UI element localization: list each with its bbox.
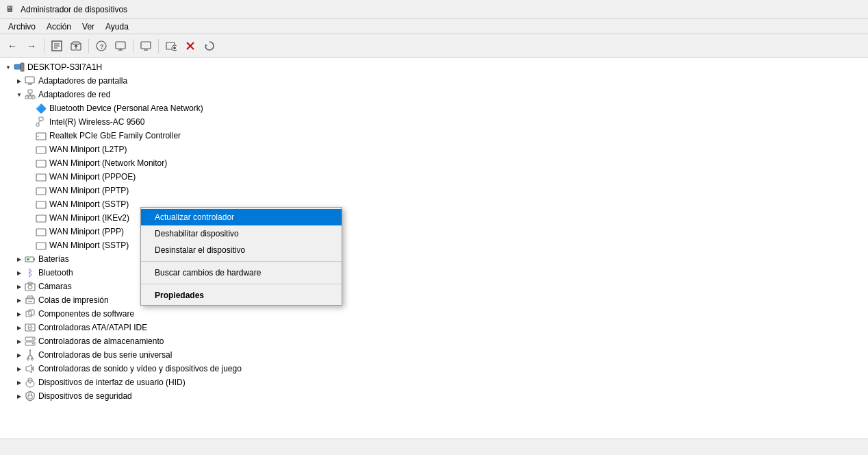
label-wan-sstp2: WAN Miniport (SSTP) [49,199,129,209]
svg-point-61 [29,327,31,328]
context-menu-buscar[interactable]: Buscar cambios de hardware [141,265,342,281]
svg-marker-20 [205,44,207,46]
expand-bluetooth[interactable]: ▶ [14,267,25,278]
context-menu-sep-1 [141,261,342,262]
tree-item-bluetooth[interactable]: ▶ ᛒ Bluetooth [0,266,868,280]
expand-ata[interactable]: ▶ [14,322,25,333]
device-tree[interactable]: ▼ DESKTOP-S3I7A1H ▶ Adaptadores de panta… [0,58,868,439]
tree-item-wan-pptp[interactable]: WAN Miniport (PPTP) [0,184,868,197]
tree-item-wan-sstp[interactable]: WAN Miniport (SSTP) [0,238,868,252]
status-bar [0,439,868,455]
menu-ver[interactable]: Ver [77,21,100,33]
tree-item-realtek-pcie[interactable]: Realtek PCIe GbE Family Controller [0,129,868,143]
label-bluetooth: Bluetooth [38,268,73,278]
expand-almacenamiento[interactable]: ▶ [14,336,25,347]
svg-rect-5 [73,42,79,45]
expand-componentes[interactable]: ▶ [14,308,25,319]
expand-hid[interactable]: ▶ [14,377,25,388]
svg-rect-73 [28,395,32,399]
icon-colas [25,295,36,306]
label-baterias: Baterías [38,254,69,264]
label-ata: Controladoras ATA/ATAPI IDE [38,323,147,332]
context-menu-desinstalar[interactable]: Desinstalar el dispositivo [141,242,342,258]
context-menu-sep-2 [141,284,342,284]
icon-bluetooth-device: 🔷 [36,103,47,114]
svg-point-39 [38,136,39,137]
svg-rect-36 [36,123,39,126]
context-menu-propiedades[interactable]: Propiedades [141,287,342,304]
tree-item-bluetooth-device[interactable]: 🔷 Bluetooth Device (Personal Area Networ… [0,101,868,115]
svg-rect-29 [32,96,35,99]
help-button[interactable]: ? [93,38,110,54]
icon-adaptadores-red [25,89,36,100]
svg-rect-9 [116,42,125,49]
title-bar-icon: 🖥 [5,4,16,15]
toolbar: ← → ? [0,34,868,58]
expand-adaptadores-red[interactable]: ▼ [14,89,25,100]
tree-item-wan-pppoe[interactable]: WAN Miniport (PPPOE) [0,170,868,184]
icon-seguridad [25,391,36,402]
display-button[interactable] [112,38,129,54]
tree-item-seguridad[interactable]: ▶ Dispositivos de seguridad [0,389,868,403]
svg-line-37 [38,121,41,123]
icon-bluetooth: ᛒ [25,267,36,278]
tree-root[interactable]: ▼ DESKTOP-S3I7A1H [0,60,868,74]
svg-rect-27 [25,96,28,99]
expand-seguridad[interactable]: ▶ [14,391,25,402]
tree-item-sonido[interactable]: ▶ Controladoras de sonido y vídeo y disp… [0,362,868,376]
tree-item-colas[interactable]: ▶ Colas de impresión [0,293,868,307]
svg-rect-46 [36,229,46,236]
tree-item-adaptadores-pantalla[interactable]: ▶ Adaptadores de pantalla [0,74,868,88]
label-adaptadores-red: Adaptadores de red [38,90,110,99]
svg-rect-49 [34,258,35,260]
tree-item-intel-wireless[interactable]: Intel(R) Wireless-AC 9560 [0,115,868,129]
tree-item-hid[interactable]: ▶ Dispositivos de interfaz de usuario (H… [0,376,868,389]
icon-wan-l2tp [36,144,47,155]
label-almacenamiento: Controladoras de almacenamiento [38,336,164,346]
toolbar-sep-3 [133,39,133,53]
svg-point-64 [32,339,34,340]
tree-item-wan-net[interactable]: WAN Miniport (Network Monitor) [0,156,868,170]
update-driver-button[interactable] [68,38,84,54]
menu-accion[interactable]: Acción [41,21,77,33]
icon-componentes [25,308,36,319]
tree-item-almacenamiento[interactable]: ▶ Controladoras de almacenamiento [0,334,868,348]
context-menu-actualizar[interactable]: Actualizar controlador [141,209,342,225]
icon-almacenamiento [25,336,36,347]
icon-baterias [25,254,36,265]
properties-box-icon [51,40,62,51]
tree-item-baterias[interactable]: ▶ Baterías [0,252,868,266]
tree-item-wan-l2tp[interactable]: WAN Miniport (L2TP) [0,143,868,156]
root-expand[interactable]: ▼ [3,62,14,73]
menu-ayuda[interactable]: Ayuda [100,21,134,33]
add-button[interactable] [163,38,179,54]
label-bluetooth-device: Bluetooth Device (Personal Area Network) [49,103,203,113]
expand-camaras[interactable]: ▶ [14,281,25,292]
forward-button[interactable]: → [23,38,40,54]
expand-baterias[interactable]: ▶ [14,254,25,265]
scan-button[interactable] [201,38,218,54]
svg-rect-23 [25,77,34,83]
icon-intel-wireless [36,116,47,127]
tree-item-componentes[interactable]: ▶ Componentes de software [0,307,868,321]
label-wan-pptp: WAN Miniport (PPTP) [49,186,129,195]
tree-item-bus[interactable]: ▶ Controladoras de bus serie universal [0,348,868,362]
properties-box-button[interactable] [49,38,65,54]
expand-sonido[interactable]: ▶ [14,363,25,374]
remove-button[interactable] [182,38,199,54]
back-button[interactable]: ← [4,38,21,54]
tree-item-ata[interactable]: ▶ Controladoras ATA/ATAPI IDE [0,321,868,334]
tree-item-wan-sstp2[interactable]: WAN Miniport (SSTP) [0,197,868,211]
expand-adaptadores-pantalla[interactable]: ▶ [14,75,25,86]
tree-item-wan-ppp[interactable]: WAN Miniport (PPP) [0,225,868,238]
context-menu-deshabilitar[interactable]: Deshabilitar dispositivo [141,225,342,242]
menu-archivo[interactable]: Archivo [3,21,41,33]
expand-bus[interactable]: ▶ [14,349,25,360]
tree-item-adaptadores-red[interactable]: ▼ Adaptadores de red [0,88,868,101]
tree-item-wan-ikev2[interactable]: WAN Miniport (IKEv2) [0,211,868,225]
expand-colas[interactable]: ▶ [14,295,25,306]
label-wan-ppp: WAN Miniport (PPP) [49,227,124,236]
svg-rect-56 [28,301,32,302]
tree-item-camaras[interactable]: ▶ Cámaras [0,280,868,293]
monitor-button[interactable] [138,38,154,54]
